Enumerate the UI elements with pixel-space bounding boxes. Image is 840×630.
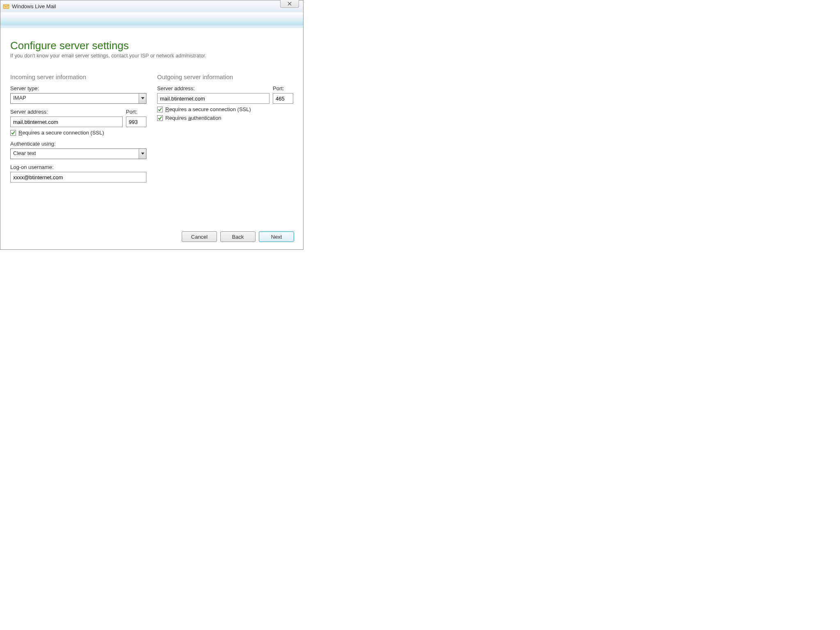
outgoing-port-label: Port: (273, 85, 293, 91)
titlebar: Windows Live Mail (0, 0, 303, 12)
chevron-down-icon (141, 97, 144, 100)
chevron-down-icon (141, 153, 144, 155)
authenticate-using-label: Authenticate using: (10, 141, 146, 147)
outgoing-port-input[interactable] (273, 93, 293, 104)
close-button[interactable] (280, 0, 299, 8)
dropdown-button[interactable] (139, 149, 146, 159)
dialog-window: Windows Live Mail Configure server setti… (0, 0, 304, 250)
incoming-ssl-checkbox[interactable] (10, 130, 16, 136)
outgoing-auth-checkbox[interactable] (157, 115, 163, 121)
incoming-port-input[interactable] (126, 116, 146, 127)
back-button[interactable]: Back (220, 231, 256, 242)
cancel-button[interactable]: Cancel (182, 231, 217, 242)
svg-rect-0 (3, 5, 9, 9)
header-banner (0, 12, 303, 28)
outgoing-ssl-checkbox[interactable] (157, 107, 163, 112)
dropdown-button[interactable] (139, 94, 146, 103)
authenticate-using-value: Clear text (11, 149, 139, 159)
incoming-section-heading: Incoming server information (10, 73, 146, 80)
check-icon (158, 116, 162, 120)
app-icon (3, 3, 9, 10)
server-type-select[interactable]: IMAP (10, 93, 146, 104)
incoming-server-address-input[interactable] (10, 116, 123, 127)
outgoing-ssl-label: Requires a secure connection (SSL) (165, 106, 251, 112)
footer-buttons: Cancel Back Next (182, 231, 294, 242)
logon-username-input[interactable] (10, 172, 146, 183)
authenticate-using-select[interactable]: Clear text (10, 148, 146, 159)
outgoing-auth-label: Requires authentication (165, 115, 221, 121)
logon-username-label: Log-on username: (10, 164, 146, 170)
check-icon (158, 107, 162, 112)
page-subtitle: If you don't know your email server sett… (10, 53, 293, 59)
outgoing-section-heading: Outgoing server information (157, 73, 293, 80)
server-type-label: Server type: (10, 85, 146, 91)
outgoing-server-address-label: Server address: (157, 85, 269, 91)
outgoing-server-address-input[interactable] (157, 93, 269, 104)
incoming-server-address-label: Server address: (10, 109, 123, 115)
incoming-ssl-label: Requires a secure connection (SSL) (18, 130, 104, 136)
incoming-port-label: Port: (126, 109, 146, 115)
page-title: Configure server settings (10, 39, 293, 52)
window-title: Windows Live Mail (12, 3, 56, 9)
content-area: Configure server settings If you don't k… (0, 28, 303, 249)
check-icon (11, 131, 15, 135)
incoming-section: Incoming server information Server type:… (10, 73, 146, 187)
next-button[interactable]: Next (259, 231, 294, 242)
outgoing-section: Outgoing server information Server addre… (157, 73, 293, 187)
server-type-value: IMAP (11, 94, 139, 103)
close-icon (287, 2, 292, 6)
